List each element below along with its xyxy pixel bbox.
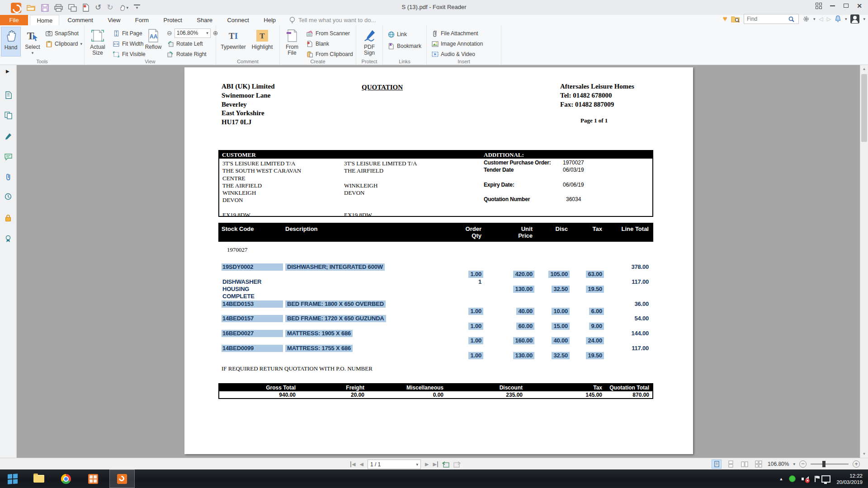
scroll-up-icon[interactable]: ▲ (860, 65, 868, 73)
avatar-caret-icon[interactable]: ▾ (863, 17, 865, 21)
from-scanner-button[interactable]: From Scanner (306, 29, 350, 38)
restore-button[interactable] (839, 1, 853, 10)
tab-home[interactable]: Home (30, 15, 59, 25)
tray-expand-icon[interactable]: ▲ (779, 477, 783, 481)
action-center-flag-icon[interactable] (815, 476, 816, 482)
page-number-box[interactable]: 1 / 1▾ (368, 460, 421, 469)
address-line: WINKLEIGH (222, 189, 301, 197)
network-icon[interactable] (821, 475, 830, 483)
foxit-reader-icon (117, 474, 127, 484)
select-tool-button[interactable]: T Select▾ (22, 27, 43, 56)
comments-panel-icon[interactable] (4, 152, 13, 161)
previous-view-icon[interactable] (442, 461, 449, 468)
next-view-icon[interactable] (453, 461, 461, 468)
reflow-button[interactable]: AA Reflow (142, 27, 164, 56)
fit-page-button[interactable]: Fit Page (113, 29, 142, 38)
history-back-icon[interactable]: ◁ (819, 16, 823, 22)
from-clipboard-button[interactable]: From Clipboard (306, 50, 353, 59)
tab-form[interactable]: Form (129, 15, 155, 25)
pdf-sign-button[interactable]: PDF Sign (358, 27, 381, 56)
app-taskbar-button[interactable] (80, 469, 106, 488)
heart-icon[interactable]: ♥ (723, 14, 727, 23)
close-button[interactable]: ✕ (853, 1, 866, 10)
history-forward-icon[interactable]: ▷ (827, 16, 831, 22)
zoom-slider[interactable] (811, 464, 849, 465)
tab-connect[interactable]: Connect (221, 15, 255, 25)
snapshot-button[interactable]: SnapShot (45, 29, 79, 38)
fit-width-button[interactable]: Fit Width (113, 39, 143, 48)
group-tools: Hand T Select▾ SnapShot Clipboard▾ Tools (0, 25, 85, 65)
bell-caret-icon[interactable]: ▾ (845, 17, 847, 21)
hand-tool-button[interactable]: Hand (1, 27, 21, 56)
actual-size-button[interactable]: Actual Size (86, 27, 109, 56)
taskbar-clock[interactable]: 12:22 20/03/2019 (836, 473, 866, 485)
zoom-out-icon[interactable]: ⊖ (167, 29, 172, 37)
tab-protect[interactable]: Protect (157, 15, 189, 25)
scrollbar-thumb[interactable] (861, 74, 867, 142)
status-zoom-value[interactable]: 106.80% (768, 461, 789, 467)
tab-comment[interactable]: Comment (61, 15, 99, 25)
from-file-button[interactable]: From File (282, 27, 302, 56)
chrome-taskbar-button[interactable] (53, 469, 79, 488)
cell-line-total: 54.00 (632, 315, 651, 322)
search-icon[interactable] (788, 16, 794, 22)
vertical-scrollbar[interactable]: ▲ ▼ (860, 65, 868, 458)
panel-expand-icon[interactable]: ▶ (6, 69, 9, 74)
continuous-view-icon[interactable] (726, 460, 736, 469)
zoom-out-button[interactable]: − (799, 460, 807, 468)
bell-icon[interactable] (835, 15, 841, 23)
zoom-caret-icon[interactable]: ▾ (793, 462, 795, 466)
rotate-right-button[interactable]: Rotate Right (167, 50, 207, 59)
continuous-facing-view-icon[interactable] (754, 460, 764, 469)
cell-tax: 6.00 (589, 308, 604, 315)
certificates-panel-icon[interactable] (4, 234, 13, 243)
rotate-left-button[interactable]: Rotate Left (167, 39, 203, 48)
scroll-down-icon[interactable]: ▼ (860, 450, 868, 458)
clipboard-button[interactable]: Clipboard▾ (45, 39, 82, 48)
search-folder-icon[interactable] (731, 15, 740, 23)
group-view: Actual Size Fit Page Fit Width Fit Visib… (85, 25, 216, 65)
bookmark-button[interactable]: Bookmark (387, 42, 421, 51)
bookmarks-panel-icon[interactable] (4, 90, 13, 99)
tell-me-search[interactable]: Tell me what you want to do... (289, 15, 376, 25)
audio-video-button[interactable]: Audio & Video (431, 50, 475, 59)
signature-pen-panel-icon[interactable] (4, 132, 13, 141)
first-page-icon[interactable]: ◀ (350, 461, 355, 467)
link-button[interactable]: Link (387, 30, 407, 39)
file-explorer-taskbar-button[interactable] (26, 469, 52, 488)
tab-share[interactable]: Share (190, 15, 219, 25)
typewriter-button[interactable]: TI Typewriter (220, 27, 247, 56)
start-button[interactable] (0, 469, 25, 488)
pages-panel-icon[interactable] (4, 111, 13, 120)
blank-button[interactable]: ✱ Blank (306, 39, 329, 48)
last-page-icon[interactable]: ▶ (433, 461, 438, 467)
volume-muted-icon[interactable]: ✕ (802, 476, 809, 482)
item-row: COMPLETE (218, 293, 653, 300)
highlight-button[interactable]: T Highlight (249, 27, 276, 56)
stamps-panel-icon[interactable] (4, 192, 13, 201)
minimize-button[interactable] (826, 1, 839, 10)
tab-view[interactable]: View (101, 15, 127, 25)
gear-icon[interactable] (802, 15, 810, 23)
security-panel-icon[interactable] (4, 213, 13, 222)
tab-file[interactable]: File (0, 15, 28, 25)
file-attachment-button[interactable]: File Attachment (431, 29, 478, 38)
single-page-view-icon[interactable] (712, 460, 722, 469)
foxit-taskbar-button[interactable] (109, 469, 135, 488)
user-avatar[interactable] (850, 14, 859, 23)
zoom-in-button[interactable]: + (853, 460, 860, 468)
tab-help[interactable]: Help (257, 15, 282, 25)
facing-view-icon[interactable] (740, 460, 750, 469)
attachments-panel-icon[interactable] (4, 172, 13, 181)
image-annotation-button[interactable]: Image Annotation (431, 39, 483, 48)
zoom-slider-thumb[interactable] (822, 461, 826, 467)
gear-caret-icon[interactable]: ▾ (813, 17, 816, 21)
document-view[interactable]: ABI (UK) Limited Swinemoor Lane Beverley… (17, 65, 859, 458)
find-input[interactable] (746, 15, 788, 23)
ribbon-zoom-select[interactable]: 106.80%▾ (175, 28, 211, 38)
next-page-icon[interactable]: ▶ (425, 461, 429, 467)
fit-visible-button[interactable]: Fit Visible (113, 50, 146, 59)
ui-options-button[interactable] (812, 1, 826, 10)
tray-status-icon[interactable] (789, 475, 796, 482)
previous-page-icon[interactable]: ◀ (359, 461, 363, 467)
